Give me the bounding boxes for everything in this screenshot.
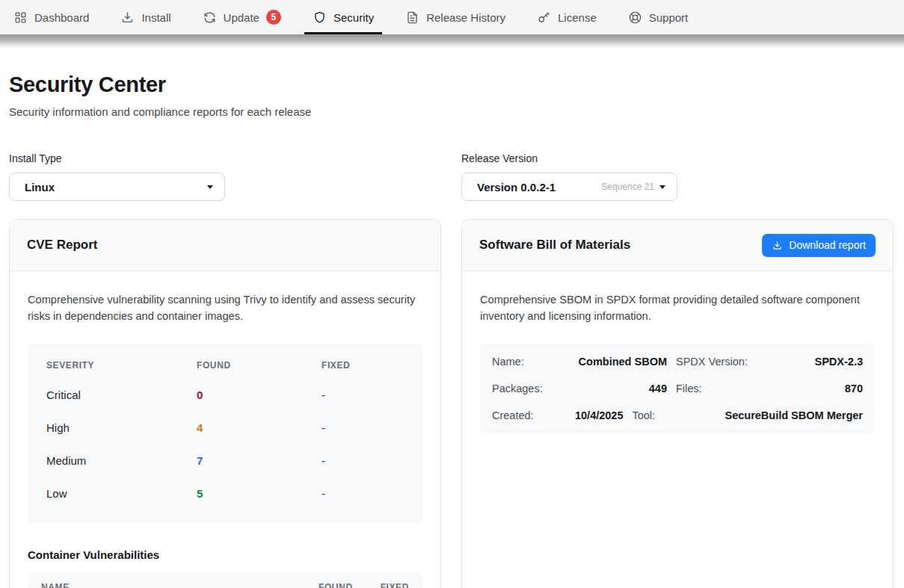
shield-icon [313,10,327,25]
container-vulnerabilities-table-header: NAME FOUND FIXED [28,572,422,588]
found-count: 7 [197,454,322,467]
release-version-filter: Release Version Version 0.0.2-1 Sequence… [461,152,894,201]
sbom-name-value: Combined SBOM [573,356,667,368]
install-type-label: Install Type [9,152,441,164]
sbom-details-table: Name: Combined SBOM SPDX Version: SPDX-2… [480,344,875,433]
fixed-count: - [322,421,404,434]
download-report-button[interactable]: Download report [762,234,876,257]
install-type-select[interactable]: Linux [9,173,225,201]
filters-row: Install Type Linux Release Version Versi… [9,152,894,201]
found-count: 4 [197,421,322,434]
release-version-value: Version 0.0.2-1 [477,181,556,194]
sbom-tool-label: Tool: [632,409,716,421]
release-version-select[interactable]: Version 0.0.2-1 Sequence 21 [461,173,677,201]
col-severity: SEVERITY [46,360,197,371]
lifebuoy-icon [628,10,642,25]
nav-item-release-history[interactable]: Release History [405,0,505,34]
nav-item-support[interactable]: Support [628,0,689,34]
sbom-card: Software Bill of Materials Download repo… [461,219,894,588]
nav-label: Install [141,11,170,24]
refresh-icon [203,10,217,25]
security-center-page: Security Center Security information and… [0,49,904,588]
report-cards: CVE Report Comprehensive vulnerability s… [9,219,894,588]
update-count-badge: 5 [266,10,281,25]
page-title: Security Center [9,72,894,97]
sbom-created-label: Created: [492,409,564,421]
install-type-value: Linux [25,181,55,194]
download-report-label: Download report [789,239,866,251]
table-row: Name: Combined SBOM SPDX Version: SPDX-2… [492,348,863,375]
nav-label: License [558,11,597,24]
nav-item-license[interactable]: License [537,0,597,34]
sbom-files-value: 870 [769,383,863,394]
nav-label: Support [649,11,689,24]
download-icon [120,10,135,25]
table-row: Low 5 - [46,477,404,510]
nav-item-dashboard[interactable]: Dashboard [13,0,89,34]
table-row: Created: 10/4/2025 Tool: SecureBuild SBO… [492,402,863,429]
cve-report-card: CVE Report Comprehensive vulnerability s… [9,219,441,588]
nav-label: Release History [426,11,505,24]
key-icon [537,10,551,25]
col-fixed: FIXED [381,582,409,588]
nav-label: Dashboard [34,11,89,24]
severity-table: SEVERITY FOUND FIXED Critical 0 - High 4… [28,344,422,523]
nav-item-security[interactable]: Security [313,0,374,34]
found-count: 5 [197,487,322,500]
sbom-card-body: Comprehensive SBOM in SPDX format provid… [462,271,893,454]
nav-label: Update [224,11,259,24]
severity-name: Critical [46,389,197,401]
sbom-name-label: Name: [492,356,564,368]
sbom-description: Comprehensive SBOM in SPDX format provid… [480,292,875,324]
cve-description: Comprehensive vulnerability scanning usi… [28,292,422,324]
sbom-packages-value: 449 [573,383,667,394]
fixed-count: - [322,487,404,500]
sbom-packages-label: Packages: [492,383,564,394]
container-vulnerabilities-title: Container Vulnerabilities [28,548,422,561]
fixed-count: - [322,389,404,401]
sbom-card-title: Software Bill of Materials [479,238,630,253]
sbom-spdx-version-label: SPDX Version: [676,356,760,368]
download-icon [772,240,783,251]
col-found: FOUND [319,582,353,588]
sequence-label: Sequence 21 [601,182,654,192]
sbom-card-header: Software Bill of Materials Download repo… [462,220,893,271]
cve-card-body: Comprehensive vulnerability scanning usi… [10,271,440,588]
table-row: Packages: 449 Files: 870 [492,375,863,402]
col-name: NAME [41,582,319,588]
found-count: 0 [197,389,322,401]
dashboard-grid-icon [13,10,28,25]
cve-card-header: CVE Report [10,220,440,271]
document-icon [405,10,419,25]
chevron-down-icon [659,185,665,189]
severity-table-header: SEVERITY FOUND FIXED [46,353,404,378]
nav-label: Security [333,11,374,24]
table-row: High 4 - [46,411,404,444]
nav-shadow-band [0,34,904,49]
col-found: FOUND [197,360,322,371]
table-row: Medium 7 - [46,444,404,477]
top-navigation: Dashboard Install Update 5 Security Rele… [0,0,904,34]
nav-item-install[interactable]: Install [120,0,170,34]
nav-item-update[interactable]: Update 5 [203,0,281,34]
fixed-count: - [322,454,404,467]
severity-name: High [46,421,197,434]
cve-card-title: CVE Report [27,238,97,253]
sbom-spdx-version-value: SPDX-2.3 [769,356,863,368]
sbom-tool-value: SecureBuild SBOM Merger [725,409,863,421]
sbom-files-label: Files: [676,383,760,394]
severity-name: Medium [46,454,197,467]
page-subtitle: Security information and compliance repo… [9,105,894,118]
install-type-filter: Install Type Linux [9,152,441,201]
chevron-down-icon [207,185,213,189]
col-fixed: FIXED [322,360,404,371]
sbom-created-value: 10/4/2025 [573,409,623,421]
severity-name: Low [46,487,197,500]
release-version-label: Release Version [461,152,894,164]
table-row: Critical 0 - [46,378,404,411]
